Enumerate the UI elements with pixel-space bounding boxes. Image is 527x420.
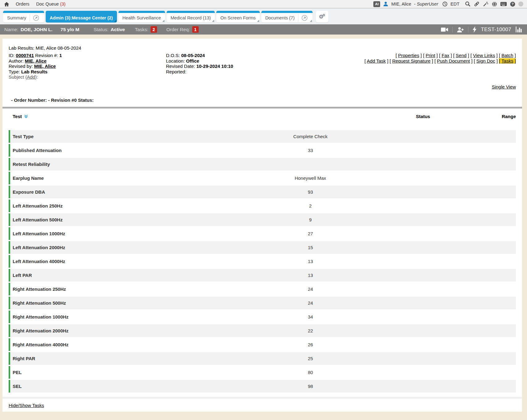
tab-health-surveillance[interactable]: Health Surveillance bbox=[118, 11, 165, 23]
test-value: 33 bbox=[236, 148, 384, 153]
test-value: 2 bbox=[236, 203, 384, 208]
subject-label: Subject ( bbox=[9, 74, 27, 80]
action-request-signature[interactable]: Request Signature bbox=[392, 58, 430, 64]
test-label: Left PAR bbox=[13, 273, 236, 278]
test-label: Right Attenuation 1000Hz bbox=[13, 314, 236, 319]
revised-date-value: 10-29-2024 10:10 bbox=[196, 64, 233, 69]
subject-add-link[interactable]: Add bbox=[27, 74, 35, 80]
test-value: 13 bbox=[236, 259, 384, 264]
tab-medical-record[interactable]: Medical Record (13) bbox=[167, 11, 215, 23]
home-icon[interactable] bbox=[4, 1, 10, 7]
table-row: Earplug NameHoneywell Max bbox=[9, 172, 516, 184]
action-tasks[interactable]: Tasks bbox=[501, 58, 513, 64]
single-view-link[interactable]: Single View bbox=[492, 84, 516, 89]
action-send[interactable]: Send bbox=[456, 53, 467, 58]
action-batch[interactable]: Batch bbox=[501, 53, 513, 58]
location-label: Location: bbox=[166, 58, 185, 64]
action-fax[interactable]: Fax bbox=[442, 53, 449, 58]
status-dot bbox=[518, 2, 523, 6]
tasks-badge[interactable]: 2 bbox=[151, 26, 157, 33]
doc-queue-count: (3) bbox=[60, 2, 66, 6]
test-value: 80 bbox=[236, 370, 384, 375]
column-header-range: Range bbox=[460, 114, 516, 119]
search-icon[interactable] bbox=[465, 1, 471, 7]
link-icon[interactable] bbox=[474, 1, 480, 7]
action-properties[interactable]: Properties bbox=[398, 53, 419, 58]
test-value: 24 bbox=[236, 300, 384, 306]
tab-summary[interactable]: Summary bbox=[3, 11, 44, 23]
reported-label: Reported: bbox=[166, 69, 186, 74]
chart-tab-strip: Summary Admin (3):Message Center (2) Hea… bbox=[0, 8, 527, 24]
hide-show-tasks-link[interactable]: Hide/Show Tasks bbox=[9, 403, 44, 408]
test-label: Left Attenuation 1000Hz bbox=[13, 231, 236, 236]
ai-badge[interactable]: AI bbox=[373, 1, 380, 7]
orders-link[interactable]: Orders bbox=[16, 2, 29, 6]
tab-documents[interactable]: Documents (7) bbox=[261, 11, 313, 23]
sort-icon[interactable] bbox=[24, 114, 28, 119]
table-row: Retest Reliability bbox=[9, 158, 516, 171]
table-row: Right Attenuation 1000Hz34 bbox=[9, 311, 516, 323]
gear-icon: ⚙ bbox=[322, 13, 325, 17]
type-value: Lab Results bbox=[21, 69, 48, 74]
test-value: Complete Check bbox=[236, 134, 384, 139]
status-label: Status: bbox=[93, 27, 108, 32]
globe-icon[interactable] bbox=[492, 1, 497, 7]
test-label: Left Attenuation 250Hz bbox=[13, 203, 236, 208]
table-row: Left Attenuation 1000Hz27 bbox=[9, 227, 516, 240]
order-req-label: Order Req: bbox=[166, 27, 190, 32]
bar-chart-icon[interactable] bbox=[515, 26, 523, 33]
author-label: Author: bbox=[9, 58, 23, 64]
add-person-icon[interactable] bbox=[457, 27, 464, 33]
help-icon[interactable]: ? bbox=[510, 1, 516, 7]
test-label: Right Attenuation 250Hz bbox=[13, 286, 236, 292]
popout-icon[interactable] bbox=[30, 14, 40, 21]
wand-icon[interactable] bbox=[483, 1, 489, 7]
tab-on-screen-forms[interactable]: On Screen Forms bbox=[216, 11, 259, 23]
test-value: 15 bbox=[236, 245, 384, 250]
test-value: 24 bbox=[236, 286, 384, 292]
test-label: Left Attenuation 2000Hz bbox=[13, 245, 236, 250]
tab-admin-message-center[interactable]: Admin (3):Message Center (2) bbox=[46, 11, 117, 23]
keyboard-icon[interactable] bbox=[500, 1, 507, 7]
video-camera-icon[interactable] bbox=[441, 27, 448, 32]
table-row: Published Attenuation33 bbox=[9, 144, 516, 157]
test-label: PEL bbox=[13, 370, 236, 375]
doc-queue-link[interactable]: Doc Queue (3) bbox=[36, 2, 65, 6]
dos-label: D.O.S: bbox=[166, 53, 180, 58]
action-print[interactable]: Print bbox=[426, 53, 435, 58]
action-view-links[interactable]: View Links bbox=[473, 53, 495, 58]
author-link[interactable]: MIE, Alice bbox=[25, 58, 47, 64]
divider bbox=[2, 397, 522, 399]
user-icon[interactable] bbox=[383, 1, 388, 7]
revised-date-label: Revised Date: bbox=[166, 64, 195, 69]
action-add-task[interactable]: Add Task bbox=[367, 58, 386, 64]
top-bar: Orders Doc Queue (3) AI MIE, Alice - Sup… bbox=[0, 0, 527, 8]
dos-value: 08-05-2024 bbox=[181, 53, 205, 58]
patient-name: DOE, JOHN L. bbox=[21, 27, 52, 32]
test-label: Right Attenuation 4000Hz bbox=[13, 342, 236, 347]
table-row: Left PAR13 bbox=[9, 269, 516, 282]
test-label: Earplug Name bbox=[13, 175, 236, 181]
document-panel: Lab Results: MIE, Alice 08-05-2024 ID: 0… bbox=[2, 39, 522, 412]
table-row: Right Attenuation 2000Hz22 bbox=[9, 324, 516, 337]
clock-icon[interactable] bbox=[442, 1, 448, 7]
patient-name-label: Name: bbox=[4, 27, 19, 32]
patient-age-sex: 75 y/o M bbox=[60, 27, 79, 32]
popout-icon[interactable] bbox=[298, 14, 309, 21]
settings-gear-button[interactable]: ⚙⚙ bbox=[316, 11, 328, 23]
action-push-document[interactable]: Push Document bbox=[437, 58, 470, 64]
action-sign-doc[interactable]: Sign Doc bbox=[476, 58, 495, 64]
test-value: 34 bbox=[236, 314, 384, 319]
revised-by-link[interactable]: MIE, Alice bbox=[34, 64, 56, 69]
user-name[interactable]: MIE, Alice bbox=[391, 2, 411, 6]
table-row: Left Attenuation 4000Hz13 bbox=[9, 255, 516, 268]
order-req-badge[interactable]: 1 bbox=[192, 26, 199, 33]
test-label: Left Attenuation 4000Hz bbox=[13, 259, 236, 264]
results-table-header: Test Status Range bbox=[9, 108, 516, 130]
lightning-icon[interactable] bbox=[472, 26, 477, 33]
id-link[interactable]: 0000741 bbox=[16, 53, 34, 58]
test-label: Published Attenuation bbox=[13, 148, 236, 153]
table-row: Exposure DBA93 bbox=[9, 186, 516, 198]
test-value: 98 bbox=[236, 384, 384, 389]
test-value: 26 bbox=[236, 342, 384, 347]
